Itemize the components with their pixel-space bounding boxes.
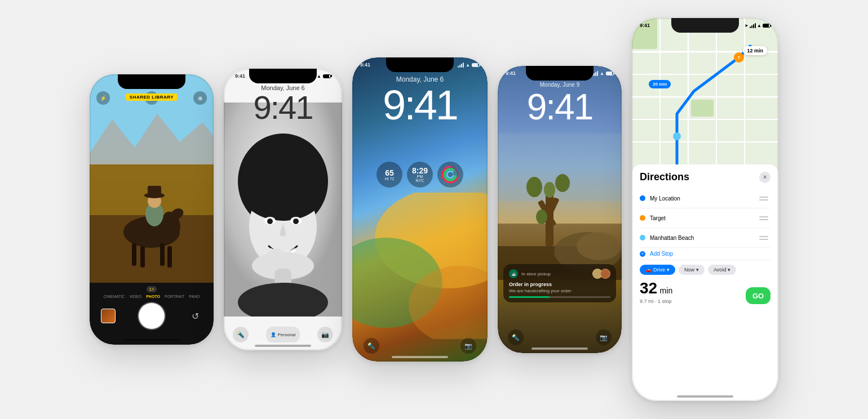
route-time-block: 32 min 9.7 mi · 1 stop xyxy=(640,279,672,304)
route-duration: 32 xyxy=(640,279,657,297)
phone-maps: 9:41 ➤ ▲ xyxy=(632,18,778,401)
maps-screen: 9:41 ➤ ▲ xyxy=(632,18,778,401)
avatar-2 xyxy=(600,269,610,279)
lock-time-display-3: Monday, June 6 9:41 xyxy=(352,75,488,126)
battery-icon-4 xyxy=(606,72,614,75)
svg-point-33 xyxy=(447,171,454,178)
drag-handle-1[interactable] xyxy=(757,191,770,205)
origin-dot xyxy=(640,195,645,201)
starbucks-icon: ☕ xyxy=(509,269,518,278)
svg-text:T: T xyxy=(738,56,741,60)
flashlight-icon-2[interactable]: 🔦 xyxy=(233,327,249,342)
route-options-row: 🚗 Drive ▾ Now ▾ Avoid ▾ xyxy=(640,265,770,275)
map-view[interactable]: 9:41 ➤ ▲ xyxy=(632,18,778,187)
notch-2 xyxy=(249,69,317,83)
notif-body-title: Order in progress xyxy=(509,282,610,287)
origin-location: My Location xyxy=(650,195,752,202)
drag-handle-2[interactable] xyxy=(757,211,770,225)
add-stop-row[interactable]: + Add Stop xyxy=(640,248,770,260)
desert-notification: ☕ In store pickup Order in progress We a… xyxy=(503,264,616,302)
signal-bars-3 xyxy=(458,63,464,68)
map-12min-badge: 12 min xyxy=(743,46,767,55)
avoid-chevron: ▾ xyxy=(728,267,730,273)
camera-icon-3[interactable]: 📷 xyxy=(460,338,476,354)
flash-icon[interactable]: ⚡ xyxy=(96,91,110,105)
route-duration-unit: min xyxy=(660,286,673,295)
svg-rect-7 xyxy=(160,243,165,266)
flashlight-icon-4[interactable]: 🔦 xyxy=(508,329,524,345)
bw-lockscreen-screen: 9:41 ▲ Mond xyxy=(224,69,342,350)
map-status-time: 9:41 xyxy=(640,23,650,28)
photo-thumbnail[interactable] xyxy=(101,309,116,323)
status-time-2: 9:41 xyxy=(235,73,245,79)
svg-rect-14 xyxy=(148,186,161,196)
wifi-icon-5: ▲ xyxy=(757,23,761,28)
mode-video[interactable]: VIDEO xyxy=(129,295,141,298)
mode-photo[interactable]: PHOTO xyxy=(146,295,160,298)
lock-hour-2: 9:41 xyxy=(224,91,342,124)
location-row-2[interactable]: Target xyxy=(640,208,770,228)
location-row-3[interactable]: Manhattan Beach xyxy=(640,228,770,248)
destination-location: Manhattan Beach xyxy=(650,235,752,241)
settings-icon[interactable]: ⊕ xyxy=(193,91,207,105)
mode-portrait[interactable]: PORTRAIT xyxy=(165,295,184,298)
add-stop-label[interactable]: Add Stop xyxy=(650,251,770,257)
location-row-1[interactable]: My Location xyxy=(640,189,770,208)
notif-body-text: We are handcrafting your order xyxy=(509,288,610,293)
color-lockscreen-screen: 9:41 ▲ Mond xyxy=(352,57,488,362)
shared-library-badge: SHARED LIBRARY xyxy=(126,93,178,101)
home-indicator-4 xyxy=(532,347,588,350)
notif-progress-fill xyxy=(509,296,550,298)
camera-photo-svg xyxy=(90,74,214,288)
wifi-icon-2: ▲ xyxy=(317,74,321,79)
drag-handle-3[interactable] xyxy=(757,231,770,244)
battery-icon-2 xyxy=(323,74,331,78)
camera-controls-bar: 1× CINEMATIC VIDEO PHOTO PORTRAIT PANO ↺ xyxy=(90,283,214,345)
svg-point-47 xyxy=(555,174,570,192)
add-stop-plus-icon: + xyxy=(640,251,645,257)
status-time-4: 9:41 xyxy=(506,70,516,76)
flip-camera-icon[interactable]: ↺ xyxy=(188,309,202,323)
svg-point-49 xyxy=(536,210,547,224)
phone-camera: ⚡ ☺ ⊕ SHARED LIBRARY xyxy=(90,74,214,345)
svg-point-48 xyxy=(544,182,555,198)
svg-rect-5 xyxy=(132,243,136,266)
lock-time-display-4: Monday, June 9 9:41 xyxy=(498,82,622,125)
desert-scene-svg xyxy=(498,133,622,280)
close-directions-button[interactable]: ✕ xyxy=(759,172,770,183)
wallpaper-curves-svg xyxy=(352,193,488,339)
waypoint-dot xyxy=(640,215,645,221)
svg-point-41 xyxy=(577,232,622,260)
camera-icon-4[interactable]: 📷 xyxy=(596,329,612,345)
directions-title: Directions xyxy=(640,171,689,183)
mode-pano[interactable]: PANO xyxy=(189,295,200,298)
directions-header: Directions ✕ xyxy=(640,171,770,183)
weather-widget: 65 HI 72 xyxy=(377,162,402,188)
home-indicator-3 xyxy=(392,356,448,358)
svg-rect-61 xyxy=(691,100,714,117)
svg-rect-8 xyxy=(167,246,172,268)
svg-rect-6 xyxy=(140,246,145,268)
phone-lockscreen-bw: 9:41 ▲ Mond xyxy=(224,69,342,350)
flashlight-icon-3[interactable]: 🔦 xyxy=(364,338,379,354)
go-button[interactable]: GO xyxy=(746,287,770,304)
camera-icon-2[interactable]: 📷 xyxy=(317,327,333,342)
destination-dot xyxy=(640,235,645,240)
phone-lockscreen-color: 9:41 ▲ Mond xyxy=(352,57,488,362)
zoom-level[interactable]: 1× xyxy=(147,286,156,292)
drive-option-button[interactable]: 🚗 Drive ▾ xyxy=(640,265,675,275)
avoid-option-button[interactable]: Avoid ▾ xyxy=(708,265,736,275)
waypoint-location: Target xyxy=(650,215,752,221)
mode-cinematic[interactable]: CINEMATIC xyxy=(103,295,125,298)
nav-icon: ➤ xyxy=(745,23,749,28)
notch-1 xyxy=(118,74,185,89)
shutter-button[interactable] xyxy=(139,303,165,329)
notif-avatars xyxy=(595,269,610,279)
camera-mode-selector: CINEMATIC VIDEO PHOTO PORTRAIT PANO xyxy=(103,295,200,298)
status-time-3: 9:41 xyxy=(360,62,370,68)
notif-app-title: In store pickup xyxy=(521,271,591,277)
map-svg: T xyxy=(632,18,778,187)
car-icon: 🚗 xyxy=(645,267,652,273)
now-option-button[interactable]: Now ▾ xyxy=(679,265,705,275)
lock-bottom-4: 🔦 📷 xyxy=(498,329,622,345)
